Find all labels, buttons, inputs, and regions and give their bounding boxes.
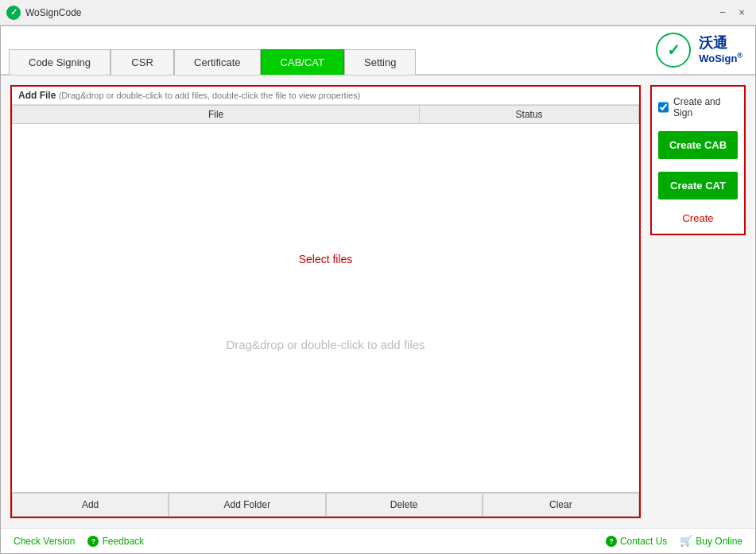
contact-us-link[interactable]: ? Contact Us: [606, 536, 667, 547]
file-body[interactable]: Select files Drag&drop or double-click t…: [12, 124, 639, 492]
add-file-label: Add File: [18, 90, 56, 101]
tab-csr[interactable]: CSR: [110, 49, 174, 75]
title-bar-left: ✓ WoSignCode: [6, 6, 82, 20]
add-file-header: Add File (Drag&drop or double-click to a…: [12, 87, 639, 105]
cart-icon: 🛒: [680, 535, 692, 547]
feedback-link[interactable]: ? Feedback: [87, 536, 144, 547]
logo-english: WoSign®: [699, 52, 742, 65]
tab-certificate[interactable]: Certificate: [174, 49, 261, 75]
tab-setting[interactable]: Setting: [344, 49, 416, 75]
create-cab-button[interactable]: Create CAB: [658, 131, 738, 159]
content-area: Add File (Drag&drop or double-click to a…: [1, 76, 755, 528]
create-and-sign-row: Create and Sign: [658, 96, 738, 118]
select-files-text[interactable]: Select files: [299, 253, 353, 265]
add-button[interactable]: Add: [12, 493, 169, 517]
footer-right: ? Contact Us 🛒 Buy Online: [606, 535, 742, 547]
footer: Check Version ? Feedback ? Contact Us 🛒 …: [1, 528, 755, 553]
status-column-header: Status: [420, 106, 639, 124]
minimize-button[interactable]: −: [715, 5, 731, 21]
create-and-sign-label: Create and Sign: [673, 96, 738, 118]
right-panel: Create and Sign Create CAB Create CAT Cr…: [650, 85, 746, 518]
footer-left: Check Version ? Feedback: [14, 536, 144, 547]
logo-chinese: 沃通: [699, 35, 742, 52]
tab-bar: Code Signing CSR Certificate CAB/CAT Set…: [1, 26, 424, 74]
contact-icon: ?: [606, 536, 617, 547]
window-controls: − ×: [715, 5, 750, 21]
add-file-hint: (Drag&drop or double-click to add files,…: [59, 91, 361, 100]
add-folder-button[interactable]: Add Folder: [169, 493, 325, 517]
main-window: Code Signing CSR Certificate CAB/CAT Set…: [0, 25, 756, 554]
check-version-link[interactable]: Check Version: [14, 536, 75, 547]
buy-online-link[interactable]: 🛒 Buy Online: [680, 535, 742, 547]
logo-area: ✓ 沃通 WoSign®: [643, 26, 755, 74]
delete-button[interactable]: Delete: [326, 493, 483, 517]
create-and-sign-checkbox[interactable]: [658, 102, 669, 113]
clear-button[interactable]: Clear: [483, 493, 639, 517]
file-panel: Add File (Drag&drop or double-click to a…: [10, 85, 641, 518]
file-column-header: File: [13, 106, 420, 124]
create-cat-button[interactable]: Create CAT: [658, 172, 738, 200]
file-actions: Add Add Folder Delete Clear: [12, 492, 639, 517]
top-bar: Code Signing CSR Certificate CAB/CAT Set…: [1, 26, 755, 76]
app-icon: ✓: [6, 6, 21, 20]
logo-checkmark: ✓: [667, 41, 680, 60]
logo-circle: ✓: [656, 33, 691, 68]
create-label: Create: [682, 212, 713, 224]
tab-code-signing[interactable]: Code Signing: [9, 49, 110, 75]
feedback-icon: ?: [87, 536, 99, 547]
title-bar: ✓ WoSignCode − ×: [0, 0, 756, 25]
tab-cabcat[interactable]: CAB/CAT: [261, 49, 344, 75]
file-table: File Status: [12, 105, 639, 124]
close-button[interactable]: ×: [734, 5, 750, 21]
sign-options: Create and Sign Create CAB Create CAT Cr…: [650, 85, 746, 235]
drag-drop-hint: Drag&drop or double-click to add files: [226, 338, 425, 351]
app-title: WoSignCode: [25, 7, 82, 18]
logo-text: 沃通 WoSign®: [699, 35, 742, 66]
